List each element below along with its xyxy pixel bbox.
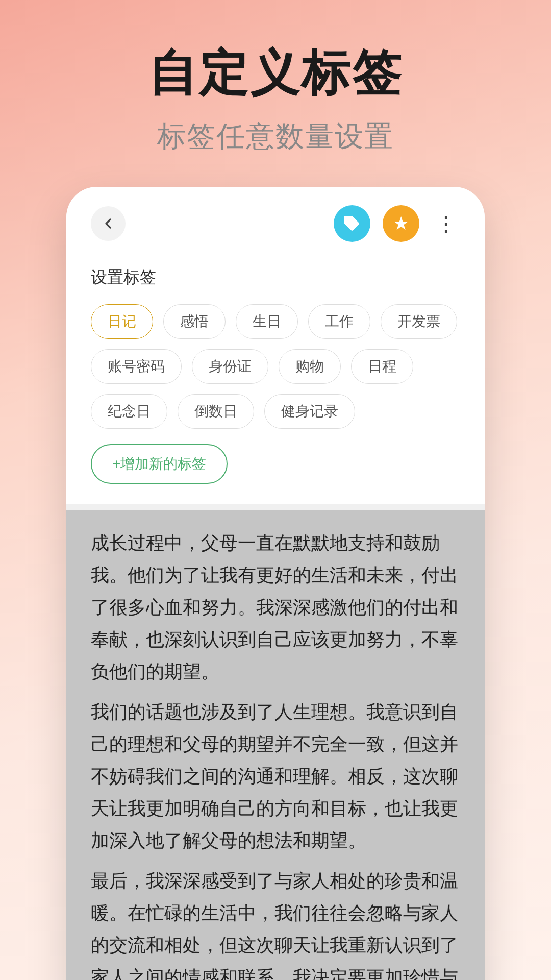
tag-chip-shopping[interactable]: 购物 <box>279 349 341 384</box>
hero-subtitle: 标签任意数量设置 <box>157 117 394 156</box>
diary-text: 成长过程中，父母一直在默默地支持和鼓励我。他们为了让我有更好的生活和未来，付出了… <box>91 527 460 688</box>
top-actions: ★ ⋮ <box>334 205 460 242</box>
tag-chip-account[interactable]: 账号密码 <box>91 349 182 384</box>
add-tag-button[interactable]: +增加新的标签 <box>91 444 228 484</box>
star-button[interactable]: ★ <box>383 205 419 242</box>
tag-chip-fitness[interactable]: 健身记录 <box>264 394 355 429</box>
section-divider <box>66 504 485 510</box>
tag-chip-feelings[interactable]: 感悟 <box>163 304 226 339</box>
top-bar: ★ ⋮ <box>66 187 485 256</box>
tag-chip-memorial[interactable]: 纪念日 <box>91 394 167 429</box>
tag-chip-work[interactable]: 工作 <box>308 304 370 339</box>
back-button[interactable] <box>91 206 126 241</box>
tag-chip-schedule[interactable]: 日程 <box>351 349 413 384</box>
phone-card: ★ ⋮ 设置标签 日记 感悟 生日 工作 开发票 账号密码 身份证 购物 日程 … <box>66 187 485 980</box>
diary-text-2: 我们的话题也涉及到了人生理想。我意识到自己的理想和父母的期望并不完全一致，但这并… <box>91 696 460 856</box>
tags-title: 设置标签 <box>91 266 460 289</box>
diary-text-3: 最后，我深深感受到了与家人相处的珍贵和温暖。在忙碌的生活中，我们往往会忽略与家人… <box>91 865 460 980</box>
diary-content-area: 成长过程中，父母一直在默默地支持和鼓励我。他们为了让我有更好的生活和未来，付出了… <box>66 510 485 980</box>
tag-button[interactable] <box>334 205 370 242</box>
tag-chip-countdown[interactable]: 倒数日 <box>178 394 254 429</box>
tags-section: 设置标签 日记 感悟 生日 工作 开发票 账号密码 身份证 购物 日程 纪念日 … <box>66 256 485 504</box>
tag-chip-id[interactable]: 身份证 <box>192 349 268 384</box>
tags-row-3: 纪念日 倒数日 健身记录 <box>91 394 460 429</box>
tags-row-1: 日记 感悟 生日 工作 开发票 <box>91 304 460 339</box>
more-button[interactable]: ⋮ <box>432 212 460 235</box>
tag-chip-diary[interactable]: 日记 <box>91 304 153 339</box>
tag-chip-birthday[interactable]: 生日 <box>236 304 298 339</box>
tags-row-2: 账号密码 身份证 购物 日程 <box>91 349 460 384</box>
hero-title: 自定义标签 <box>148 41 403 107</box>
tag-chip-invoice[interactable]: 开发票 <box>381 304 457 339</box>
diary-text-inner: 成长过程中，父母一直在默默地支持和鼓励我。他们为了让我有更好的生活和未来，付出了… <box>91 527 460 980</box>
